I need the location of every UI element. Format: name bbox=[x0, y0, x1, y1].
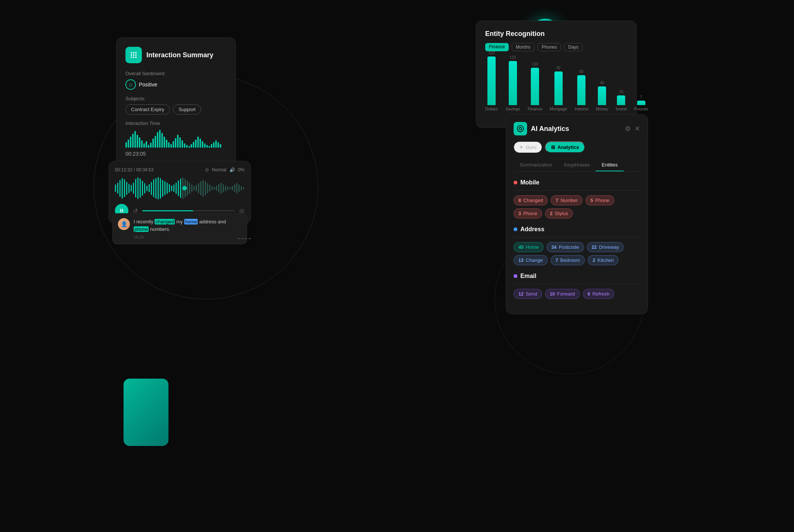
total-time: 00:34:53 bbox=[136, 167, 154, 172]
sub-tab-row: Summarization Keyphrases Entities bbox=[514, 159, 640, 172]
card-header: Interaction Summary bbox=[125, 47, 226, 63]
bar-value-pounds: 7 bbox=[640, 95, 642, 99]
subjects-label: Subjects: bbox=[125, 96, 226, 101]
mobile-phone2-count: 3 bbox=[518, 211, 521, 216]
sub-tab-keyphrases[interactable]: Keyphrases bbox=[558, 159, 596, 171]
address-pill-bedroom[interactable]: 7 Bedroom bbox=[551, 255, 585, 265]
bar-label-money: Money bbox=[596, 107, 608, 111]
email-dot bbox=[514, 274, 517, 278]
entity-tag-days[interactable]: Days bbox=[564, 43, 582, 51]
bar-value-finance: 100 bbox=[532, 62, 538, 66]
bar-value-dollars: 123 bbox=[489, 51, 495, 55]
bar-label-dollars: Dollars bbox=[485, 107, 498, 111]
entity-tag-months[interactable]: Months bbox=[512, 43, 535, 51]
address-change-count: 13 bbox=[518, 258, 523, 263]
interaction-summary-card: Interaction Summary Overall Sentiment: ☺… bbox=[116, 37, 236, 166]
main-tab-row: ✦ Guru ⊞ Analytics bbox=[514, 141, 640, 153]
speed-label: Normal bbox=[212, 167, 226, 172]
bar-group-money: 40 Money bbox=[596, 81, 608, 111]
svg-point-5 bbox=[135, 54, 137, 56]
bar-value-mortgage: 92 bbox=[556, 66, 560, 70]
bar-group-dollars: 123 Dollars bbox=[485, 51, 498, 111]
address-pill-driveway[interactable]: 22 Driveway bbox=[587, 242, 624, 252]
svg-point-7 bbox=[133, 56, 134, 58]
email-pill-refresh[interactable]: 6 Refresh bbox=[583, 289, 614, 299]
email-section-title: Email bbox=[520, 273, 536, 279]
transcript-content: 👤 I recently changed my home address and… bbox=[118, 218, 241, 239]
progress-bar[interactable] bbox=[142, 210, 235, 211]
mobile-phone2-label: Phone bbox=[523, 211, 538, 216]
mobile-pill-changed[interactable]: 8 Changed bbox=[514, 195, 548, 205]
svg-point-2 bbox=[135, 52, 137, 53]
entity-recognition-card: Entity Recognition Finance Months Phones… bbox=[476, 21, 637, 128]
transcript-timestamp: 18:26 bbox=[134, 235, 241, 239]
address-section-header: Address bbox=[514, 226, 640, 238]
address-driveway-label: Driveway bbox=[599, 244, 619, 250]
settings-icon[interactable]: ⚙ bbox=[625, 125, 631, 133]
subjects-row: Contract Expiry Support bbox=[125, 104, 226, 114]
email-pill-send[interactable]: 12 Send bbox=[514, 289, 542, 299]
entity-tag-finance[interactable]: Finance bbox=[485, 43, 509, 51]
mobile-number-label: Number bbox=[560, 198, 578, 203]
tab-guru[interactable]: ✦ Guru bbox=[514, 141, 542, 153]
interaction-title: Interaction Summary bbox=[146, 51, 213, 59]
bar-group-interest: 83 Interest bbox=[575, 70, 588, 111]
address-pill-kitchen[interactable]: 2 Kitchen bbox=[588, 255, 618, 265]
address-pill-home[interactable]: 45 Home bbox=[514, 242, 544, 252]
sub-tab-summarization[interactable]: Summarization bbox=[514, 159, 558, 171]
player-controls-info: ⊙ Normal 🔊 0% bbox=[205, 167, 244, 172]
svg-point-4 bbox=[133, 54, 134, 56]
entity-tags: Finance Months Phones Days bbox=[485, 43, 627, 51]
address-dot bbox=[514, 227, 517, 231]
bar-label-pounds: Pounds bbox=[634, 107, 648, 111]
address-home-count: 45 bbox=[518, 245, 523, 250]
address-pill-postcode[interactable]: 34 Postcode bbox=[547, 242, 584, 252]
bar-savings bbox=[509, 61, 517, 105]
address-pill-change[interactable]: 13 Change bbox=[514, 255, 548, 265]
highlight-changed: changed bbox=[155, 219, 175, 224]
mobile-pill-phone2[interactable]: 3 Phone bbox=[514, 208, 542, 218]
sentiment-label: Overall Sentiment: bbox=[125, 71, 226, 76]
close-icon[interactable]: ✕ bbox=[635, 125, 640, 133]
subject-tag-contract[interactable]: Contract Expiry bbox=[125, 104, 170, 114]
entity-recognition-title: Entity Recognition bbox=[485, 30, 627, 38]
player-waveform bbox=[115, 177, 244, 199]
email-pill-forward[interactable]: 10 Forward bbox=[545, 289, 580, 299]
svg-point-3 bbox=[131, 54, 132, 56]
mobile-stylus-label: Stylus bbox=[555, 211, 568, 216]
guru-icon: ✦ bbox=[519, 144, 523, 150]
mobile-changed-label: Changed bbox=[523, 198, 543, 203]
svg-point-8 bbox=[135, 56, 137, 58]
connector-line bbox=[238, 238, 251, 239]
email-refresh-label: Refresh bbox=[592, 291, 609, 297]
sentiment-row: ☺ Positive bbox=[125, 79, 226, 90]
subject-tag-support[interactable]: Support bbox=[173, 104, 201, 114]
tab-analytics[interactable]: ⊞ Analytics bbox=[545, 141, 585, 153]
analytics-tab-icon: ⊞ bbox=[551, 144, 555, 150]
bar-value-invest: 15 bbox=[619, 90, 623, 94]
address-bedroom-count: 7 bbox=[556, 258, 558, 263]
address-kitchen-label: Kitchen bbox=[597, 257, 614, 263]
mobile-pill-phone1[interactable]: 5 Phone bbox=[585, 195, 614, 205]
address-change-label: Change bbox=[526, 257, 543, 263]
bar-dollars bbox=[487, 56, 496, 105]
address-section: Address 45 Home 34 Postcode 22 Driveway … bbox=[514, 226, 640, 265]
mobile-section-header: Mobile bbox=[514, 179, 640, 191]
entity-tag-phones[interactable]: Phones bbox=[538, 43, 561, 51]
waveform bbox=[125, 129, 226, 148]
bar-group-mortgage: 92 Mortgage bbox=[550, 66, 567, 111]
bar-interest bbox=[577, 75, 585, 105]
mobile-section: Mobile 8 Changed 7 Number 5 Phone 3 Phon… bbox=[514, 179, 640, 218]
mobile-pill-number[interactable]: 7 Number bbox=[551, 195, 582, 205]
cards-wrapper: Interaction Summary Overall Sentiment: ☺… bbox=[0, 0, 794, 532]
mobile-section-title: Mobile bbox=[520, 179, 539, 186]
mobile-pill-stylus[interactable]: 2 Stylus bbox=[545, 208, 573, 218]
address-bedroom-label: Bedroom bbox=[560, 257, 580, 263]
email-send-label: Send bbox=[526, 291, 537, 297]
playhead[interactable] bbox=[182, 186, 187, 190]
mobile-phone1-count: 5 bbox=[590, 198, 593, 203]
bar-label-savings: Savings bbox=[505, 107, 520, 111]
analytics-actions: ⚙ ✕ bbox=[625, 125, 640, 133]
volume-label: 0% bbox=[238, 167, 244, 172]
sub-tab-entities[interactable]: Entities bbox=[596, 159, 624, 171]
